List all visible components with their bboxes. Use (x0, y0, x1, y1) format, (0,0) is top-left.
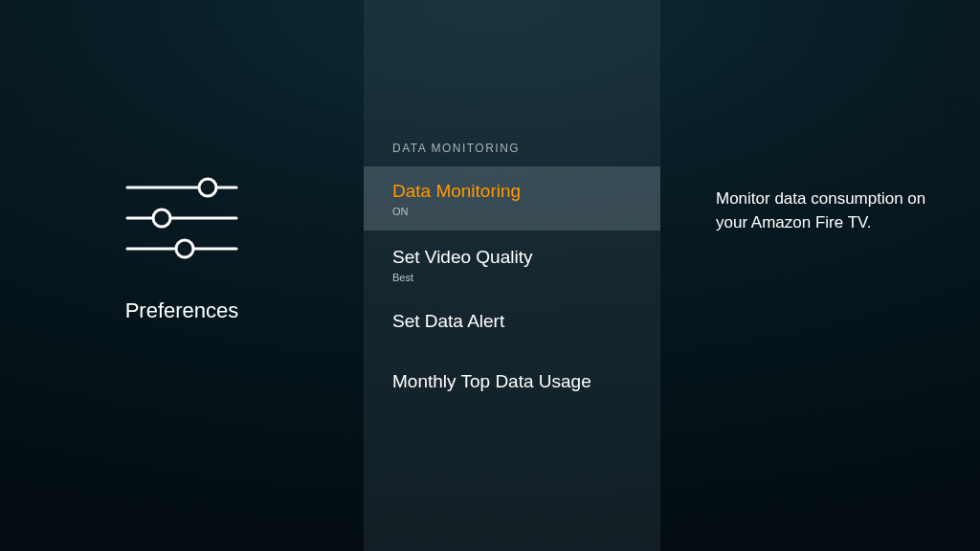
menu-panel: DATA MONITORING Data Monitoring ON Set V… (364, 0, 660, 551)
menu-item-title: Monthly Top Data Usage (392, 370, 632, 393)
menu-item-sub: Best (392, 272, 632, 283)
menu-item-title: Data Monitoring (392, 180, 632, 203)
menu-item-data-alert[interactable]: Set Data Alert (364, 291, 660, 352)
sliders-icon (120, 170, 244, 266)
item-description: Monitor data consumption on your Amazon … (716, 187, 932, 234)
menu-item-title: Set Data Alert (392, 310, 632, 333)
panel-title: Preferences (125, 298, 239, 323)
menu-item-monthly-usage[interactable]: Monthly Top Data Usage (364, 351, 660, 412)
section-header: DATA MONITORING (364, 142, 660, 166)
menu-item-sub: ON (392, 206, 632, 217)
menu-item-title: Set Video Quality (392, 246, 632, 269)
settings-screen: Preferences DATA MONITORING Data Monitor… (0, 0, 980, 551)
svg-point-5 (176, 240, 193, 257)
svg-point-3 (153, 209, 170, 227)
menu-item-data-monitoring[interactable]: Data Monitoring ON (364, 166, 660, 231)
left-panel: Preferences (0, 0, 364, 551)
menu-item-video-quality[interactable]: Set Video Quality Best (364, 231, 660, 291)
detail-panel: Monitor data consumption on your Amazon … (660, 0, 980, 551)
svg-point-1 (199, 179, 216, 196)
